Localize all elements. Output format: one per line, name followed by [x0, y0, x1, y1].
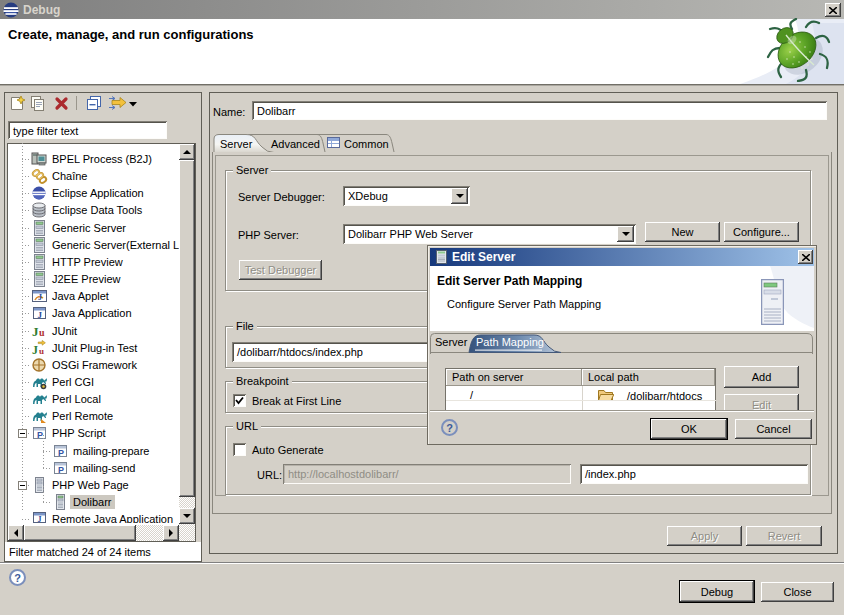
svg-text:P: P	[58, 448, 64, 458]
svg-text:J: J	[38, 293, 42, 302]
svg-text:Advanced: Advanced	[271, 138, 320, 150]
svg-text:u: u	[39, 327, 45, 338]
svg-text:P: P	[58, 465, 64, 475]
svg-text:u: u	[39, 346, 44, 356]
svg-text:J: J	[38, 310, 43, 320]
svg-text:Server: Server	[220, 138, 253, 150]
svg-text:Path Mapping: Path Mapping	[476, 336, 544, 348]
svg-text:Server: Server	[435, 336, 468, 348]
svg-text:J: J	[32, 343, 38, 356]
svg-text:J: J	[32, 324, 39, 339]
svg-text:Common: Common	[344, 138, 389, 150]
svg-text:J: J	[38, 515, 42, 524]
